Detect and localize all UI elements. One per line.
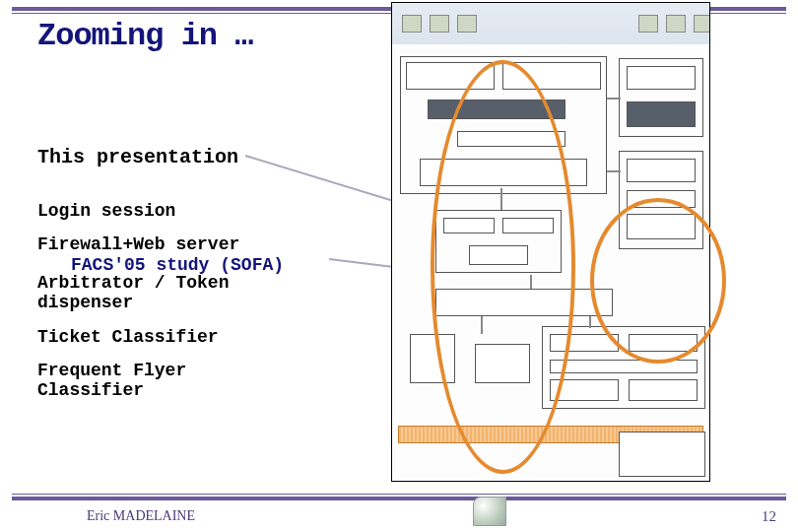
diagram-cloud-header xyxy=(392,3,709,44)
label-arbitrator: Arbitrator / Token xyxy=(37,273,229,294)
diagram-component xyxy=(550,360,698,373)
footer-author: Eric MADELAINE xyxy=(87,508,195,524)
server-icon xyxy=(430,15,449,33)
diagram-component xyxy=(550,334,619,352)
diagram-component xyxy=(502,62,601,90)
diagram-component xyxy=(457,131,565,147)
server-icon xyxy=(694,15,710,33)
diagram-component xyxy=(627,101,696,127)
diagram-connector xyxy=(607,98,621,100)
label-frequent-flyer-1: Frequent Flyer xyxy=(37,361,186,381)
diagram-component xyxy=(475,344,530,383)
architecture-diagram xyxy=(391,2,710,482)
label-presentation: This presentation xyxy=(37,146,238,168)
slide-title: Zooming in … xyxy=(37,18,252,54)
label-frequent-flyer-2: Classifier xyxy=(37,380,144,401)
footer-page-number: 12 xyxy=(762,508,776,525)
server-icon xyxy=(638,15,658,33)
server-icon xyxy=(402,15,422,33)
diagram-connector xyxy=(589,316,591,328)
diagram-component xyxy=(627,66,696,90)
diagram-component xyxy=(629,379,698,401)
label-login: Login session xyxy=(37,201,175,222)
diagram-component xyxy=(629,334,698,352)
diagram-component xyxy=(627,190,696,208)
diagram-component xyxy=(420,159,587,186)
label-ticket: Ticket Classifier xyxy=(37,327,219,348)
diagram-connector xyxy=(607,170,621,172)
footer-logo-icon xyxy=(473,497,506,526)
slide: Zooming in … This presentation Login ses… xyxy=(0,0,798,532)
diagram-component xyxy=(550,379,619,401)
diagram-component xyxy=(627,159,696,182)
server-icon xyxy=(666,15,686,33)
diagram-component xyxy=(469,245,528,265)
diagram-connector xyxy=(481,316,483,334)
diagram-component xyxy=(502,218,554,233)
label-firewall: Firewall+Web server xyxy=(37,234,239,255)
server-icon xyxy=(457,15,477,33)
label-dispenser: dispenser xyxy=(37,293,133,313)
diagram-component xyxy=(406,62,495,90)
diagram-component xyxy=(443,218,495,233)
diagram-legend xyxy=(619,432,705,477)
footer-divider xyxy=(12,497,786,500)
diagram-component xyxy=(410,334,455,383)
diagram-connector xyxy=(500,188,502,210)
diagram-component xyxy=(627,214,696,239)
diagram-component xyxy=(435,289,613,316)
diagram-component xyxy=(428,100,565,119)
diagram-connector xyxy=(530,275,532,289)
